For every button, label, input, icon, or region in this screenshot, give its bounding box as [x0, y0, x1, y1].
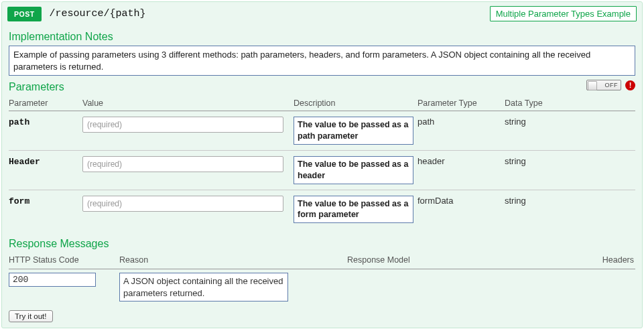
response-status-code: 200 [9, 273, 96, 287]
param-type: formData [417, 190, 505, 228]
param-name: form [9, 196, 29, 206]
implementation-notes-text: Example of passing parameters using 3 di… [9, 46, 635, 76]
response-headers [582, 269, 635, 306]
response-messages-title: Response Messages [9, 238, 635, 250]
col-data-type: Data Type [505, 96, 635, 111]
parameters-title: Parameters [9, 81, 635, 93]
operation-body: Implementation Notes Example of passing … [2, 24, 642, 322]
implementation-notes-title: Implementation Notes [9, 31, 635, 43]
param-type: header [417, 150, 505, 190]
col-value: Value [82, 96, 294, 111]
responses-header-row: HTTP Status Code Reason Response Model H… [9, 253, 635, 269]
param-value-input[interactable] [82, 156, 283, 172]
param-data-type: string [505, 190, 635, 228]
responses-table: HTTP Status Code Reason Response Model H… [9, 253, 635, 305]
param-data-type: string [505, 150, 635, 190]
parameters-table: Parameter Value Description Parameter Ty… [9, 96, 635, 228]
http-method-badge: POST [7, 7, 42, 21]
endpoint-path[interactable]: /resource/{path} [50, 8, 490, 19]
response-model [347, 269, 582, 306]
param-description: The value to be passed as a header [294, 156, 413, 184]
table-row: Header The value to be passed as a heade… [9, 150, 635, 190]
operation-summary: Multiple Parameter Types Example [490, 6, 637, 21]
col-headers: Headers [582, 253, 635, 269]
param-value-input[interactable] [82, 196, 283, 212]
col-parameter-type: Parameter Type [417, 96, 505, 111]
param-value-input[interactable] [82, 117, 283, 133]
col-response-model: Response Model [347, 253, 582, 269]
param-name: path [9, 117, 29, 127]
off-toggle[interactable]: OFF [586, 80, 621, 90]
table-row: 200 A JSON object containing all the rec… [9, 269, 635, 306]
col-parameter: Parameter [9, 96, 82, 111]
param-description: The value to be passed as a form paramet… [294, 196, 413, 224]
col-description: Description [294, 96, 417, 111]
param-description: The value to be passed as a path paramet… [294, 117, 413, 145]
param-name: Header [9, 157, 40, 167]
operation-header: POST /resource/{path} Multiple Parameter… [2, 2, 642, 24]
table-row: form The value to be passed as a form pa… [9, 190, 635, 228]
parameters-header-row: Parameter Value Description Parameter Ty… [9, 96, 635, 111]
response-reason: A JSON object containing all the receive… [119, 273, 288, 302]
param-type: path [417, 111, 505, 151]
col-http-status: HTTP Status Code [9, 253, 119, 269]
alert-icon[interactable]: ! [625, 80, 635, 90]
col-reason: Reason [119, 253, 347, 269]
param-data-type: string [505, 111, 635, 151]
try-it-out-button[interactable]: Try it out! [9, 310, 53, 322]
operation-panel: POST /resource/{path} Multiple Parameter… [1, 1, 643, 328]
table-row: path The value to be passed as a path pa… [9, 111, 635, 151]
